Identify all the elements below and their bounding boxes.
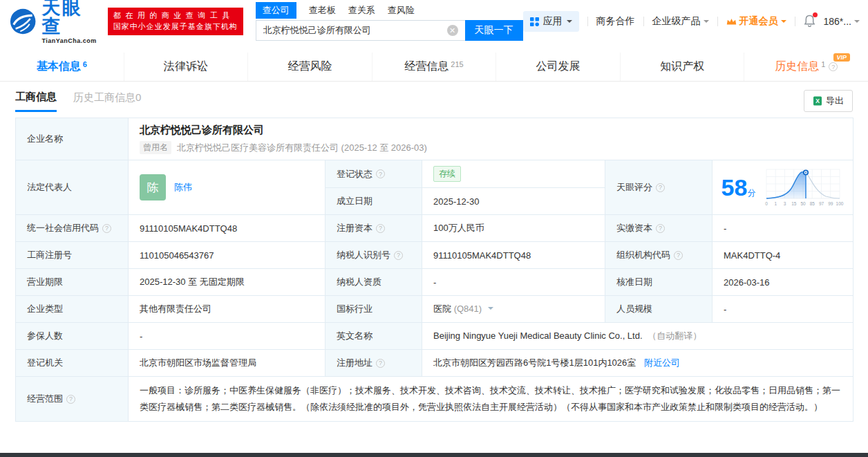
business-term-label: 营业期限 — [16, 269, 129, 296]
taxpayer-id-label: 纳税人识别号? — [326, 242, 422, 269]
tab-intellectual-property-label: 知识产权 — [660, 59, 704, 74]
subtab-history-count: 0 — [135, 91, 141, 103]
user-account[interactable]: 186*... — [824, 16, 860, 27]
address-cell: 北京市朝阳区芳园西路6号院1号楼1层101内1026室 附近公司 — [422, 350, 853, 377]
site-logo[interactable]: 天眼查 TianYanCha.com — [10, 0, 100, 44]
apps-grid-icon — [530, 17, 539, 26]
tab-intellectual-property[interactable]: 知识产权 — [620, 53, 744, 81]
svg-text:85: 85 — [810, 201, 815, 206]
help-icon[interactable]: ? — [829, 62, 838, 71]
chevron-down-icon — [781, 20, 786, 26]
search-tab-boss[interactable]: 查老板 — [309, 2, 336, 19]
help-icon[interactable]: ? — [656, 183, 665, 192]
reg-capital-value: 100万人民币 — [422, 215, 605, 242]
help-icon[interactable]: ? — [376, 224, 385, 233]
svg-text:0: 0 — [766, 201, 768, 206]
tab-operating-info[interactable]: 经营信息 215 — [372, 53, 496, 81]
export-button[interactable]: X 导出 — [804, 90, 853, 112]
taxpayer-quality-label: 纳税人资质 — [326, 269, 422, 296]
svg-text:3: 3 — [784, 201, 786, 206]
scope-label-text: 经营范围 — [27, 393, 63, 404]
reg-status-label-text: 登记状态 — [337, 169, 372, 179]
org-code-label-text: 组织机构代码 — [616, 250, 670, 260]
nav-cooperation[interactable]: 商务合作 — [596, 15, 635, 28]
apps-menu[interactable]: 应用 — [523, 11, 579, 32]
taxpayer-quality-value: - — [422, 269, 605, 296]
help-icon[interactable]: ? — [394, 251, 403, 260]
score-cell[interactable]: 58分 — [713, 160, 853, 215]
help-icon[interactable]: ? — [66, 395, 75, 404]
legal-rep-link[interactable]: 陈伟 — [174, 181, 192, 194]
search-input[interactable] — [256, 20, 465, 41]
table-row: 参保人数 - 英文名称 Beijing Ningyue Yueji Medica… — [16, 323, 853, 350]
tab-legal[interactable]: 法律诉讼 — [124, 53, 248, 81]
approval-date-value: 2026-03-16 — [713, 269, 853, 296]
industry-label: 国标行业 — [326, 296, 422, 323]
notifications-bell[interactable] — [804, 15, 815, 29]
nearby-companies-link[interactable]: 附近公司 — [644, 357, 680, 368]
search-tab-risk[interactable]: 查风险 — [388, 2, 415, 19]
slogan-banner: 都在用的商业查询工具 国家中小企业发展子基金旗下机构 — [108, 8, 243, 35]
est-date-label: 成立日期 — [326, 188, 422, 215]
svg-text:50: 50 — [801, 201, 806, 206]
svg-text:100: 100 — [836, 201, 844, 206]
tab-legal-label: 法律诉讼 — [164, 59, 208, 74]
industry-cell[interactable]: 医院 (Q841) — [422, 296, 605, 323]
avatar[interactable]: 陈 — [140, 174, 166, 200]
tab-operating-risk-label: 经营风险 — [287, 59, 332, 74]
industry-value: 医院 — [433, 304, 451, 314]
company-name-label: 企业名称 — [16, 118, 129, 160]
status-badge: 存续 — [433, 166, 461, 182]
search-area: 查公司 查老板 查关系 查风险 ✕ 天眼一下 — [256, 2, 523, 41]
industry-code: (Q841) — [454, 304, 482, 314]
help-icon[interactable]: ? — [376, 169, 385, 178]
company-name-value[interactable]: 北京柠悦悦己诊所有限公司 — [140, 124, 842, 137]
approval-date-label: 核准日期 — [605, 269, 713, 296]
tab-basic-info[interactable]: 基本信息 6 — [0, 53, 124, 81]
company-type-label: 企业类型 — [16, 296, 129, 323]
tab-history-info-count: 1 — [821, 60, 825, 68]
scope-value: 一般项目：诊所服务；中医养生保健服务（非医疗）；技术服务、技术开发、技术咨询、技… — [129, 377, 853, 422]
tianyancha-company-page: 天眼查 TianYanCha.com 都在用的商业查询工具 国家中小企业发展子基… — [0, 0, 868, 457]
search-tab-company[interactable]: 查公司 — [256, 2, 296, 19]
est-date-value: 2025-12-30 — [422, 188, 605, 215]
top-nav: 应用 商务合作 企业级产品 开通会员 — [523, 11, 860, 32]
nav-divider — [587, 17, 588, 26]
tab-company-development[interactable]: 公司发展 — [496, 53, 620, 81]
logo-text: 天眼查 TianYanCha.com — [41, 0, 99, 44]
org-code-label: 组织机构代码? — [605, 242, 713, 269]
staff-size-label: 人员规模 — [605, 296, 713, 323]
subtab-business-info[interactable]: 工商信息 — [15, 91, 57, 112]
reg-number-label: 工商注册号 — [16, 242, 129, 269]
tab-operating-risk[interactable]: 经营风险 — [247, 53, 372, 81]
chevron-down-icon — [488, 307, 493, 313]
subtab-history-business-info[interactable]: 历史工商信息0 — [73, 91, 141, 111]
english-name-cell: Beijing Ningyue Yueji Medical Beauty Cli… — [422, 323, 853, 350]
score-number: 58 — [721, 174, 748, 200]
chevron-down-icon — [567, 20, 572, 26]
search-button[interactable]: 天眼一下 — [465, 20, 523, 41]
table-row: 企业名称 北京柠悦悦己诊所有限公司 曾用名 北京柠悦悦己医疗美容诊所有限责任公司… — [16, 118, 853, 160]
paid-capital-value: - — [713, 215, 853, 242]
help-icon[interactable]: ? — [102, 224, 111, 233]
search-tab-relation[interactable]: 查关系 — [348, 2, 375, 19]
crown-icon — [726, 17, 737, 26]
nav-enterprise[interactable]: 企业级产品 — [652, 15, 709, 28]
score-marker-center — [805, 172, 806, 174]
paid-capital-label: 实缴资本? — [605, 215, 713, 242]
score-label-text: 天眼评分 — [616, 182, 652, 192]
table-row: 营业期限 2025-12-30 至 无固定期限 纳税人资质 - 核准日期 202… — [16, 269, 853, 296]
english-name-value: Beijing Ningyue Yueji Medical Beauty Cli… — [433, 330, 643, 341]
nav-open-vip[interactable]: 开通会员 — [726, 15, 786, 28]
clear-icon[interactable]: ✕ — [447, 25, 458, 36]
tab-history-info[interactable]: VIP 历史信息 1 ? — [744, 53, 868, 81]
brand-name: 天眼查 — [41, 0, 99, 36]
credit-code-label-text: 统一社会信用代码 — [27, 223, 99, 233]
subtab-history-label: 历史工商信息 — [73, 91, 135, 103]
help-icon[interactable]: ? — [376, 359, 385, 368]
legal-rep-label: 法定代表人 — [16, 160, 129, 215]
help-icon[interactable]: ? — [656, 224, 665, 233]
chevron-down-icon — [854, 20, 860, 26]
footer-strip — [0, 453, 868, 457]
help-icon[interactable]: ? — [674, 251, 683, 260]
